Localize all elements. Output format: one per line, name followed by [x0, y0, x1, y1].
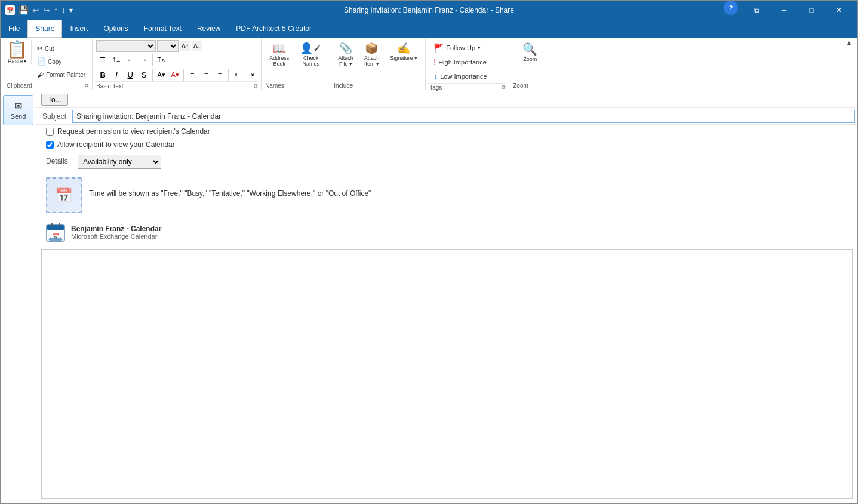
close-button[interactable]: ✕ — [825, 1, 853, 20]
request-permission-row: Request permission to view recipient's C… — [36, 125, 857, 138]
font-family-select[interactable] — [96, 40, 156, 52]
address-book-button[interactable]: 📖 AddressBook — [265, 40, 293, 70]
email-body[interactable] — [41, 249, 853, 499]
minimize-button[interactable]: ─ — [770, 1, 798, 20]
decrease-font-button[interactable]: A↓ — [192, 41, 202, 51]
format-painter-button[interactable]: 🖌 Format Painter — [34, 69, 88, 81]
up-icon[interactable]: ↑ — [54, 5, 58, 15]
menu-bar: File Share Insert Options Format Text Re… — [1, 20, 857, 38]
menu-item-insert[interactable]: Insert — [62, 20, 96, 38]
save-icon[interactable]: 💾 — [19, 5, 29, 15]
request-permission-checkbox[interactable] — [46, 128, 54, 136]
title-bar-left: 📅 💾 ↩ ↪ ↑ ↓ ▾ — [5, 5, 73, 15]
indent-decrease-button[interactable]: ⇤ — [230, 68, 244, 81]
ribbon-group-tags: 🚩 Follow Up ▾ ! High Importance ↓ Low Im… — [426, 38, 509, 90]
more-icon[interactable]: ▾ — [69, 6, 73, 14]
font-color-button[interactable]: A▾ — [168, 68, 182, 81]
details-row: Details Availability only Limited detail… — [36, 151, 857, 173]
paste-button[interactable]: 📋 Paste ▾ — [7, 40, 32, 64]
clear-formatting-button[interactable]: T× — [155, 53, 168, 66]
to-input[interactable] — [73, 93, 857, 106]
allow-view-row: Allow recipient to view your Calendar — [36, 138, 857, 151]
tags-group-label: Tags — [429, 84, 442, 91]
svg-rect-3 — [47, 225, 64, 230]
check-names-button[interactable]: 👤✓ CheckNames — [296, 40, 326, 70]
window-title: Sharing invitation: Benjamin Franz - Cal… — [344, 6, 514, 14]
names-group-label: Names — [265, 82, 284, 89]
restore-window-button[interactable]: ⧉ — [743, 1, 770, 20]
copy-button[interactable]: 📄 Copy — [34, 56, 88, 67]
menu-item-file[interactable]: File — [1, 20, 27, 38]
ribbon-group-names: 📖 AddressBook 👤✓ CheckNames Names — [262, 38, 330, 90]
calendar-preview-area: 📅 Time will be shown as "Free," "Busy," … — [36, 173, 857, 218]
calendar-thumbnail: 📅 — [46, 177, 82, 213]
font-size-select[interactable] — [157, 40, 179, 52]
svg-rect-4 — [51, 223, 53, 227]
indent-increase-button[interactable]: ⇥ — [244, 68, 257, 81]
follow-up-button[interactable]: 🚩 Follow Up ▾ — [429, 41, 485, 54]
basic-text-expand-icon[interactable]: ⧉ — [254, 83, 257, 90]
cut-button[interactable]: ✂ Cut — [34, 42, 88, 54]
window-controls: ? ⧉ ─ □ ✕ — [724, 1, 853, 20]
italic-button[interactable]: I — [110, 68, 123, 81]
subject-row: Subject — [36, 108, 857, 125]
allow-view-checkbox[interactable] — [46, 141, 54, 149]
down-icon[interactable]: ↓ — [61, 5, 66, 15]
bullets-button[interactable]: ☰ — [96, 53, 109, 66]
attach-item-button[interactable]: 📦 AttachItem ▾ — [360, 40, 384, 70]
bold-button[interactable]: B — [96, 68, 109, 81]
menu-item-review[interactable]: Review — [189, 20, 228, 38]
low-importance-button[interactable]: ↓ Low Importance — [429, 70, 491, 83]
attach-file-button[interactable]: 📎 AttachFile ▾ — [334, 40, 358, 70]
send-area: ✉ Send — [1, 91, 36, 503]
calendar-entry-icon: 📅 — [46, 223, 65, 242]
align-left-button[interactable]: ≡ — [186, 68, 199, 81]
separator3 — [183, 69, 184, 81]
redo-icon[interactable]: ↪ — [43, 5, 50, 15]
subject-input[interactable] — [72, 110, 855, 123]
ribbon-group-include: 📎 AttachFile ▾ 📦 AttachItem ▾ ✍ Signatur… — [330, 38, 426, 90]
include-group-label: Include — [334, 82, 353, 89]
align-center-button[interactable]: ≡ — [199, 68, 213, 81]
undo-icon[interactable]: ↩ — [32, 5, 39, 15]
separator2 — [152, 69, 153, 81]
app-icon: 📅 — [5, 5, 15, 15]
highlight-button[interactable]: A▾ — [155, 68, 168, 81]
decrease-indent-button[interactable]: ← — [124, 53, 137, 66]
calendar-entry: 📅 Benjamin Franz - Calendar Microsoft Ex… — [36, 218, 857, 247]
increase-indent-button[interactable]: → — [137, 53, 150, 66]
content-area: ✉ Send To... Subject Request permission … — [1, 91, 857, 503]
clipboard-group-label: Clipboard — [7, 82, 32, 89]
high-importance-button[interactable]: ! High Importance — [429, 56, 491, 69]
signature-button[interactable]: ✍ Signature ▾ — [386, 40, 422, 64]
menu-item-options[interactable]: Options — [96, 20, 136, 38]
ribbon-collapse-button[interactable]: ▲ — [845, 39, 853, 47]
menu-item-share[interactable]: Share — [27, 20, 62, 38]
zoom-button[interactable]: 🔍 Zoom — [518, 40, 542, 65]
increase-font-button[interactable]: A↑ — [180, 41, 190, 51]
to-row: To... — [36, 91, 857, 108]
menu-item-pdf[interactable]: PDF Architect 5 Creator — [228, 20, 319, 38]
calendar-sub: Microsoft Exchange Calendar — [71, 233, 161, 240]
allow-view-label: Allow recipient to view your Calendar — [57, 140, 175, 149]
tags-expand-icon[interactable]: ⧉ — [502, 84, 505, 91]
separator4 — [228, 69, 229, 81]
details-select[interactable]: Availability only Limited details Full d… — [78, 155, 161, 169]
ribbon-group-zoom: 🔍 Zoom Zoom — [509, 38, 551, 90]
clipboard-expand-icon[interactable]: ⧉ — [85, 82, 88, 89]
calendar-description: Time will be shown as "Free," "Busy," "T… — [89, 177, 371, 198]
send-button[interactable]: ✉ Send — [3, 95, 34, 125]
ribbon-group-clipboard: 📋 Paste ▾ ✂ Cut 📄 Copy 🖌 Format P — [3, 38, 93, 90]
subject-label: Subject — [36, 110, 72, 123]
to-button[interactable]: To... — [41, 94, 68, 106]
basic-text-group-label: Basic Text — [96, 83, 123, 90]
numbering-button[interactable]: 1≡ — [110, 53, 123, 66]
svg-rect-5 — [59, 223, 60, 227]
align-right-button[interactable]: ≡ — [213, 68, 226, 81]
maximize-button[interactable]: □ — [798, 1, 825, 20]
menu-item-format-text[interactable]: Format Text — [136, 20, 189, 38]
app-window: 📅 💾 ↩ ↪ ↑ ↓ ▾ Sharing invitation: Benjam… — [0, 0, 858, 504]
underline-button[interactable]: U — [124, 68, 137, 81]
request-permission-label: Request permission to view recipient's C… — [57, 127, 210, 136]
strikethrough-button[interactable]: S — [137, 68, 150, 81]
